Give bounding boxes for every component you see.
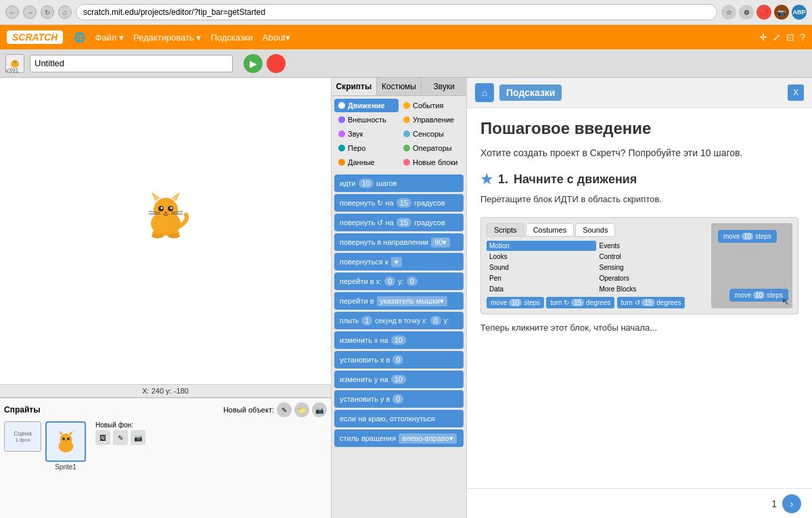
topbar-icon-move[interactable]: ✛ (759, 32, 767, 43)
bg-icon-camera[interactable]: 📷 (131, 430, 145, 445)
mini-cat-sound[interactable]: Sound (487, 262, 596, 273)
cat-motion[interactable]: Движение (334, 99, 399, 112)
mini-blocks-column: Scripts Costumes Sounds Motion Events Lo… (487, 223, 706, 308)
topbar-icon-expand[interactable]: ⤢ (773, 32, 781, 43)
block-point-input[interactable]: 90▾ (431, 237, 450, 248)
block-change-x-input[interactable]: 10 (391, 335, 406, 345)
sprite1-thumb[interactable] (45, 421, 86, 462)
block-set-y[interactable]: установить у в 0 (334, 390, 464, 408)
cat-data[interactable]: Данные (334, 156, 399, 169)
browser-icon-1: ☆ (721, 5, 736, 20)
categories-grid: Движение События Внешность Управление Зв… (332, 96, 466, 172)
block-point-towards-input[interactable]: ▾ (391, 257, 402, 267)
mini-cat-events[interactable]: Events (597, 241, 706, 251)
new-sprite-edit-button[interactable]: 📁 (294, 402, 309, 417)
topbar-icon-screen[interactable]: ⊡ (786, 32, 794, 43)
menu-edit[interactable]: Редактировать ▾ (133, 32, 201, 43)
cat-pen[interactable]: Перо (334, 141, 399, 155)
block-turn-cw-label: повернуть ↻ на (340, 199, 394, 208)
mini-cat-control[interactable]: Control (597, 252, 706, 262)
block-rotation-style[interactable]: стиль вращения влево-вправо▾ (334, 429, 464, 447)
block-glide-secs[interactable]: 1 (361, 316, 372, 325)
block-if-on-edge[interactable]: если на краю, оттолкнуться (334, 410, 464, 427)
block-glide-x[interactable]: 0 (430, 316, 441, 325)
mini-cat-data[interactable]: Data (487, 284, 596, 294)
mini-cat-operators[interactable]: Operators (597, 273, 706, 283)
menu-hints[interactable]: Подсказки (210, 32, 252, 43)
cat-control[interactable]: Управление (399, 113, 464, 126)
green-flag-button[interactable]: ▶ (244, 54, 263, 73)
tab-costumes[interactable]: Костюмы (377, 78, 422, 95)
menu-file[interactable]: Файл ▾ (95, 32, 124, 43)
block-go-xy[interactable]: перейти в x: 0 y: 0 (334, 273, 464, 290)
block-move-input[interactable]: 10 (359, 179, 374, 188)
block-go-y-input[interactable]: 0 (407, 277, 418, 286)
cat-events[interactable]: События (399, 99, 464, 112)
block-move-steps[interactable]: идти 10 шагов (334, 174, 464, 192)
mini-cat-more[interactable]: More Blocks (597, 284, 706, 294)
forward-button[interactable]: → (23, 5, 37, 19)
cat-sound[interactable]: Звук (334, 127, 399, 141)
mini-cat-sensing[interactable]: Sensing (597, 262, 706, 273)
block-rotation-input[interactable]: влево-вправо▾ (399, 433, 457, 444)
cat-more[interactable]: Новые блоки (399, 156, 464, 169)
mini-block-move[interactable]: move 10 steps (487, 297, 544, 308)
menu-about[interactable]: About▾ (263, 32, 290, 43)
block-set-y-input[interactable]: 0 (392, 394, 403, 404)
cat-looks[interactable]: Внешность (334, 113, 399, 126)
block-point-direction[interactable]: повернуть в направлении 90▾ (334, 233, 464, 251)
mini-cat-motion[interactable]: Motion (487, 241, 596, 251)
cat-operators[interactable]: Операторы (399, 141, 464, 155)
stop-button[interactable] (267, 54, 286, 73)
block-change-y[interactable]: изменить у на 10 (334, 371, 464, 388)
block-point-towards-label: повернуться к (340, 258, 388, 266)
globe-icon[interactable]: 🌐 (74, 32, 85, 43)
new-sprite-camera-button[interactable]: 📷 (312, 402, 327, 417)
block-glide[interactable]: плыть 1 секунд в точку x: 0 y: (334, 312, 464, 329)
block-change-x[interactable]: изменить х на 10 (334, 331, 464, 349)
svg-point-24 (168, 233, 180, 238)
cat-data-label: Данные (348, 158, 375, 166)
block-turn-cw[interactable]: повернуть ↻ на 15 градусов (334, 194, 464, 212)
project-name-input[interactable] (30, 55, 233, 72)
block-go-x-input[interactable]: 0 (384, 277, 395, 286)
tab-sounds[interactable]: Звуки (422, 78, 466, 95)
info-close-button[interactable]: X (788, 85, 804, 101)
page-next-button[interactable]: › (782, 494, 801, 513)
mini-cat-pen[interactable]: Pen (487, 273, 596, 283)
block-glide-label: плыть (340, 317, 359, 325)
block-turn-ccw[interactable]: повернуть ↺ на 15 градусов (334, 214, 464, 231)
info-badge: Подсказки (499, 85, 562, 101)
block-set-x[interactable]: установить х в 0 (334, 351, 464, 369)
bg-icon-draw[interactable]: ✎ (113, 430, 128, 445)
block-go-to-input[interactable]: указатель мышки▾ (377, 296, 448, 306)
browser-icon-2: ⚙ (739, 5, 754, 20)
topbar-icon-help[interactable]: ? (800, 32, 805, 43)
sprite1-item[interactable]: Sprite1 (45, 421, 86, 471)
svg-point-29 (62, 438, 65, 440)
refresh-button[interactable]: ↻ (41, 5, 54, 19)
mini-block-turn-ccw[interactable]: turn ↺ 15 degrees (617, 297, 685, 308)
mini-tab-costumes[interactable]: Costumes (526, 223, 574, 237)
home-button[interactable]: ⌂ (58, 5, 72, 19)
block-turn-ccw-input[interactable]: 15 (397, 218, 411, 227)
tab-scripts[interactable]: Скрипты (332, 78, 377, 95)
bg-icon-image[interactable]: 🖼 (95, 430, 110, 445)
block-go-to[interactable]: перейти в указатель мышки▾ (334, 292, 464, 310)
block-turn-cw-input[interactable]: 15 (397, 198, 411, 208)
cat-sprite[interactable] (135, 184, 196, 247)
scene-thumb[interactable]: Сцена 1 фон (4, 421, 41, 452)
address-bar[interactable] (76, 4, 717, 20)
cat-sensing[interactable]: Сенсоры (399, 127, 464, 141)
block-set-x-input[interactable]: 0 (392, 355, 403, 364)
mini-tab-sounds[interactable]: Sounds (575, 223, 615, 237)
mini-tab-scripts[interactable]: Scripts (487, 223, 524, 237)
info-home-button[interactable]: ⌂ (475, 83, 494, 102)
block-point-towards[interactable]: повернуться к ▾ (334, 253, 464, 270)
info-subtitle: Хотите создать проект в Скретч? Попробуй… (480, 146, 798, 160)
mini-cat-looks[interactable]: Looks (487, 252, 596, 262)
back-button[interactable]: ← (5, 5, 19, 19)
block-change-y-input[interactable]: 10 (391, 375, 406, 384)
new-sprite-draw-button[interactable]: ✎ (277, 402, 292, 417)
mini-block-turn-cw[interactable]: turn ↻ 15 degrees (546, 297, 614, 308)
